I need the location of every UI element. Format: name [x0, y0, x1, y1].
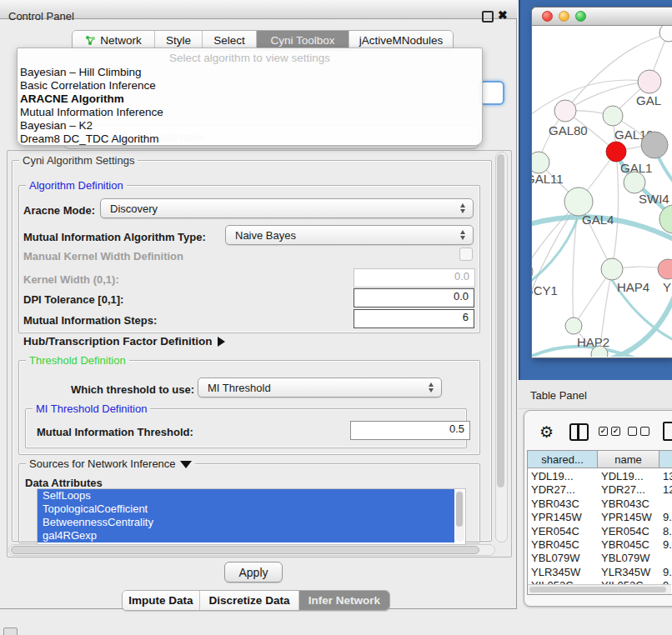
horizontal-scrollbar[interactable]	[8, 544, 495, 556]
table-horizontal-scrollbar[interactable]	[528, 584, 671, 594]
manual-kernel-width-label: Manual Kernel Width Definition	[23, 250, 183, 262]
split-columns-icon[interactable]	[569, 423, 589, 441]
network-canvas[interactable]: GALGAL80GAL10GAL1GAL11SWI4GAL4GCY1HAP4YH…	[532, 26, 672, 357]
node-label: GAL80	[549, 123, 588, 138]
table-cell: 9.	[663, 538, 672, 551]
which-threshold-select[interactable]: MI Threshold	[198, 378, 442, 398]
node-label: SWI4	[639, 192, 669, 206]
column-header[interactable]	[659, 451, 672, 468]
attribute-list-scrollbar-thumb[interactable]	[456, 492, 463, 527]
network-node-hap4[interactable]	[601, 258, 623, 280]
network-node-gal80[interactable]	[554, 100, 576, 122]
table-row[interactable]: YBR045CYBR045C9.	[528, 538, 672, 552]
data-attribute-item[interactable]: SelfLoops	[38, 489, 454, 502]
file-icon[interactable]	[663, 422, 672, 441]
data-attribute-item[interactable]: TopologicalCoefficient	[38, 502, 454, 516]
sources-title[interactable]: Sources for Network Inference	[26, 458, 195, 470]
close-icon[interactable]: ✖	[498, 8, 508, 22]
vertical-scrollbar-thumb[interactable]	[497, 154, 504, 488]
table-row[interactable]: YER054CYER054C8.	[528, 525, 672, 538]
cyni-algorithm-settings-title: Cyni Algorithm Settings	[19, 154, 138, 167]
float-window-icon[interactable]	[482, 11, 494, 22]
table-cell: YBR043C	[601, 498, 659, 510]
table-row[interactable]: YLR345WYLR345W9.	[528, 566, 672, 579]
settings-gear-icon[interactable]: ⚙	[539, 422, 554, 442]
node-table[interactable]: shared...name YDL19...YDL19...13YDR27...…	[527, 450, 672, 595]
kernel-width-label: Kernel Width (0,1):	[23, 273, 119, 286]
apply-button[interactable]: Apply	[224, 562, 283, 582]
mac-close-icon[interactable]	[542, 11, 553, 22]
node-label: GAL11	[532, 172, 564, 186]
dpi-tolerance-field[interactable]: 0.0	[354, 288, 474, 308]
data-attributes-list[interactable]: SelfLoopsTopologicalCoefficientBetweenne…	[37, 488, 466, 545]
algorithm-option[interactable]: Bayesian – Hill Climbing	[20, 66, 479, 79]
node-label: HAP2	[577, 335, 609, 349]
mac-minimize-icon[interactable]	[559, 11, 569, 22]
algorithm-option[interactable]: Mutual Information Inference	[20, 106, 479, 119]
dpi-tolerance-label: DPI Tolerance [0,1]:	[23, 293, 123, 306]
table-cell: 12	[663, 483, 672, 496]
combo-arrows-icon	[429, 382, 434, 392]
table-cell: YER054C	[601, 525, 659, 538]
table-row[interactable]: YDR27...YDR27...12	[528, 483, 672, 497]
tab-impute-data[interactable]: Impute Data	[123, 591, 200, 610]
data-attribute-item[interactable]: gal4RGexp	[38, 529, 454, 542]
mi-algorithm-type-select[interactable]: Naive Bayes	[225, 225, 474, 245]
table-cell: 9.	[663, 511, 672, 523]
network-node-gal11[interactable]	[532, 152, 549, 173]
horizontal-scrollbar-thumb[interactable]	[11, 546, 479, 554]
network-graph: GALGAL80GAL10GAL1GAL11SWI4GAL4GCY1HAP4YH…	[532, 26, 672, 357]
data-attributes-label: Data Attributes	[25, 477, 103, 489]
column-header-shared[interactable]: shared...	[528, 451, 598, 468]
network-node[interactable]	[659, 26, 672, 42]
algorithm-option[interactable]: Basic Correlation Inference	[20, 79, 479, 92]
table-cell: YER054C	[531, 525, 598, 538]
algorithm-option[interactable]: Bayesian – K2	[20, 119, 479, 132]
kernel-width-field[interactable]: 0.0	[354, 268, 475, 288]
network-node[interactable]	[641, 132, 668, 158]
table-cell: YDL19...	[531, 470, 598, 482]
network-node-gal10[interactable]	[603, 106, 623, 126]
mi-threshold-field[interactable]: 0.5	[350, 421, 470, 440]
network-node-gal[interactable]	[638, 70, 661, 93]
deselect-all-checkboxes-icon[interactable]	[628, 427, 649, 436]
table-row[interactable]: YBL079WYBL079W	[528, 552, 672, 565]
algorithm-option[interactable]: Dream8 DC_TDC Algorithm	[20, 132, 479, 146]
mi-steps-field[interactable]: 6	[354, 309, 474, 328]
network-node-hap2[interactable]	[565, 318, 582, 334]
table-horizontal-scrollbar-thumb[interactable]	[529, 587, 666, 592]
aracne-mode-select[interactable]: Discovery	[100, 198, 474, 218]
manual-kernel-width-checkbox[interactable]	[459, 248, 473, 261]
table-row[interactable]: YDL19...YDL19...13	[528, 470, 672, 483]
network-node-gal1[interactable]	[606, 142, 626, 162]
node-label: HAP4	[617, 280, 649, 294]
algorithm-option[interactable]: ARACNE Algorithm	[20, 92, 479, 106]
tab-discretize-data[interactable]: Discretize Data	[200, 591, 299, 610]
table-cell: 13	[663, 470, 672, 482]
data-attribute-item[interactable]: BetweennessCentrality	[38, 516, 454, 529]
tab-infer-network[interactable]: Infer Network	[299, 591, 389, 610]
control-panel-titlebar[interactable]	[0, 0, 517, 19]
network-window-titlebar[interactable]	[532, 8, 672, 26]
algorithm-definition-title: Algorithm Definition	[26, 179, 127, 192]
hub-definition-toggle[interactable]: Hub/Transcription Factor Definition	[23, 335, 225, 348]
node-label: GCY1	[532, 283, 558, 298]
network-node-swi4[interactable]	[624, 172, 645, 193]
collapsed-arrow-icon	[218, 337, 225, 347]
select-all-checkboxes-icon[interactable]: ✓✓	[599, 427, 620, 436]
vertical-scrollbar[interactable]	[495, 152, 508, 542]
table-cell: YDL19...	[601, 470, 659, 482]
column-header-name[interactable]: name	[598, 451, 659, 468]
table-row[interactable]: YBR043CYBR043C	[528, 498, 672, 511]
table-row[interactable]: YPR145WYPR145W9.	[528, 511, 672, 524]
table-cell: YBL079W	[601, 552, 659, 564]
algorithm-select-focus-fragment[interactable]	[479, 81, 504, 105]
attribute-list-scrollbar[interactable]	[455, 490, 464, 542]
mi-algorithm-type-label: Mutual Information Algorithm Type:	[23, 231, 206, 243]
network-node-gal4[interactable]	[564, 188, 593, 216]
network-view-window: GALGAL80GAL10GAL1GAL11SWI4GAL4GCY1HAP4YH…	[531, 7, 672, 358]
network-node-y[interactable]	[658, 259, 672, 279]
mac-zoom-icon[interactable]	[575, 11, 586, 22]
minimized-panel-icon[interactable]	[3, 628, 18, 635]
tab-label: Network	[100, 34, 142, 47]
